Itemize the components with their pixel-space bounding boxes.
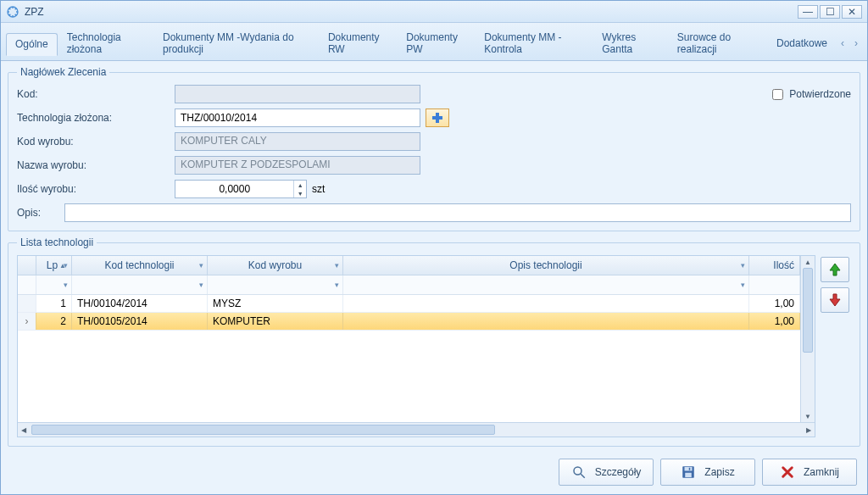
plus-icon <box>431 112 443 124</box>
minimize-button[interactable]: — <box>798 5 818 19</box>
scroll-down-icon[interactable]: ▼ <box>801 410 815 422</box>
cell-kod: TH/00105/2014 <box>72 313 208 330</box>
move-up-button[interactable] <box>821 257 849 282</box>
technology-list-group: Lista technologii Lp▲▾ Kod technologii▾ … <box>8 236 860 447</box>
cell-lp: 2 <box>36 313 72 330</box>
column-kod-wyrobu[interactable]: Kod wyrobu▾ <box>208 256 343 275</box>
details-label: Szczegóły <box>595 466 642 478</box>
order-header-group: Nagłówek Zlecenia Kod: Potwierdzone Tech… <box>8 66 860 231</box>
scroll-thumb[interactable] <box>803 268 813 353</box>
close-button[interactable]: Zamknij <box>762 459 857 486</box>
tab-dokumenty-mm-kontrola[interactable]: Dokumenty MM - Kontrola <box>475 26 593 60</box>
filter-icon[interactable]: ▾ <box>741 261 745 270</box>
opis-label: Opis: <box>17 207 59 219</box>
tab-surowce[interactable]: Surowce do realizacji <box>668 26 767 60</box>
column-ilosc[interactable]: Ilość <box>749 256 800 275</box>
filter-opis[interactable]: ▾ <box>343 275 749 294</box>
column-lp[interactable]: Lp▲▾ <box>36 256 72 275</box>
svg-point-3 <box>574 467 581 475</box>
nazwa-wyrobu-label: Nazwa wyrobu: <box>17 159 170 171</box>
scroll-up-icon[interactable]: ▲ <box>801 256 815 268</box>
filter-lp[interactable]: ▾ <box>36 275 72 294</box>
tab-technologia-zlozona[interactable]: Technologia złożona <box>58 26 153 60</box>
window-title: ZPZ <box>25 6 798 18</box>
svg-rect-6 <box>685 467 693 471</box>
filter-icon[interactable]: ▾ <box>199 261 203 270</box>
column-opis-technologii[interactable]: Opis technologii▾ <box>343 256 749 275</box>
filter-wyrob[interactable]: ▾ <box>208 275 343 294</box>
magnifier-icon <box>571 464 587 480</box>
confirm-checkbox[interactable] <box>772 89 783 100</box>
spinner-up-icon[interactable]: ▲ <box>294 181 306 189</box>
table-row[interactable]: › 2 TH/00105/2014 KOMPUTER 1,00 <box>18 313 800 331</box>
kod-label: Kod: <box>17 88 170 100</box>
filter-ilosc[interactable] <box>749 275 800 294</box>
grid-header: Lp▲▾ Kod technologii▾ Kod wyrobu▾ Opis t… <box>18 256 800 275</box>
titlebar: ZPZ — ☐ ✕ <box>1 1 867 23</box>
cell-opis <box>343 313 749 330</box>
x-icon <box>780 464 795 480</box>
row-indicator: › <box>18 313 36 330</box>
arrow-up-icon <box>826 261 843 278</box>
vertical-scrollbar[interactable]: ▲ ▼ <box>800 256 815 422</box>
order-header-legend: Nagłówek Zlecenia <box>17 66 109 78</box>
details-button[interactable]: Szczegóły <box>559 459 654 486</box>
nazwa-wyrobu-field: KOMPUTER Z PODZESPOLAMI <box>175 156 420 175</box>
cell-opis <box>343 295 749 312</box>
table-row[interactable]: 1 TH/00104/2014 MYSZ 1,00 <box>18 295 800 313</box>
ilosc-wyrobu-spinner[interactable]: ▲ ▼ <box>175 180 307 198</box>
kod-wyrobu-field: KOMPUTER CALY <box>175 132 420 151</box>
move-down-button[interactable] <box>821 287 849 313</box>
kod-wyrobu-label: Kod wyrobu: <box>17 136 170 147</box>
svg-rect-2 <box>432 116 442 120</box>
tab-scroll: ‹ › <box>837 37 862 49</box>
add-technologia-button[interactable] <box>426 108 449 127</box>
ilosc-unit-label: szt <box>312 183 325 195</box>
window-controls: — ☐ ✕ <box>798 5 862 19</box>
close-window-button[interactable]: ✕ <box>842 5 862 19</box>
tab-dokumenty-pw[interactable]: Dokumenty PW <box>397 26 475 60</box>
cell-wyrob: KOMPUTER <box>208 313 343 330</box>
scroll-left-icon[interactable]: ◀ <box>18 423 30 437</box>
confirm-checkbox-wrap[interactable]: Potwierdzone <box>769 86 851 103</box>
technology-list-legend: Lista technologii <box>17 236 97 248</box>
tab-scroll-right-icon[interactable]: › <box>850 37 862 49</box>
tab-bar: Ogólne Technologia złożona Dokumenty MM … <box>1 23 867 61</box>
column-kod-technologii[interactable]: Kod technologii▾ <box>72 256 208 275</box>
tab-dokumenty-rw[interactable]: Dokumenty RW <box>319 26 397 60</box>
reorder-buttons <box>821 255 851 437</box>
filter-icon[interactable]: ▾ <box>335 261 339 270</box>
technology-grid: Lp▲▾ Kod technologii▾ Kod wyrobu▾ Opis t… <box>17 255 815 437</box>
cell-wyrob: MYSZ <box>208 295 343 312</box>
technologia-input[interactable] <box>175 108 420 127</box>
opis-input[interactable] <box>64 203 851 222</box>
ilosc-wyrobu-label: Ilość wyrobu: <box>17 183 170 195</box>
footer-buttons: Szczegóły Zapisz Zamknij <box>8 452 860 487</box>
technologia-label: Technologia złożona: <box>17 112 170 124</box>
cell-kod: TH/00104/2014 <box>72 295 208 312</box>
tab-dokumenty-mm-wydania[interactable]: Dokumenty MM -Wydania do produkcji <box>153 26 319 60</box>
kod-field <box>175 85 420 103</box>
cell-lp: 1 <box>36 295 72 312</box>
scroll-right-icon[interactable]: ▶ <box>803 423 815 437</box>
maximize-button[interactable]: ☐ <box>820 5 840 19</box>
spinner-down-icon[interactable]: ▼ <box>294 189 306 197</box>
app-window: ZPZ — ☐ ✕ Ogólne Technologia złożona Dok… <box>0 0 868 495</box>
save-button[interactable]: Zapisz <box>660 459 755 486</box>
tab-content: Nagłówek Zlecenia Kod: Potwierdzone Tech… <box>1 61 867 494</box>
app-icon <box>6 5 19 19</box>
filter-kod[interactable]: ▾ <box>72 275 208 294</box>
horizontal-scrollbar[interactable]: ◀ ▶ <box>18 422 815 437</box>
tab-ogolne[interactable]: Ogólne <box>6 33 58 56</box>
tab-dodatkowe[interactable]: Dodatkowe <box>767 32 837 54</box>
cell-ilosc: 1,00 <box>749 313 800 330</box>
row-indicator <box>18 295 36 312</box>
filter-icon[interactable]: ▾ <box>64 261 68 270</box>
tab-wykres-gantta[interactable]: Wykres Gantta <box>593 26 668 60</box>
tab-scroll-left-icon[interactable]: ‹ <box>837 37 849 49</box>
scroll-thumb[interactable] <box>31 425 495 435</box>
confirm-label: Potwierdzone <box>789 88 851 100</box>
cell-ilosc: 1,00 <box>749 295 800 312</box>
close-label: Zamknij <box>804 466 839 478</box>
ilosc-wyrobu-input[interactable] <box>175 183 293 195</box>
